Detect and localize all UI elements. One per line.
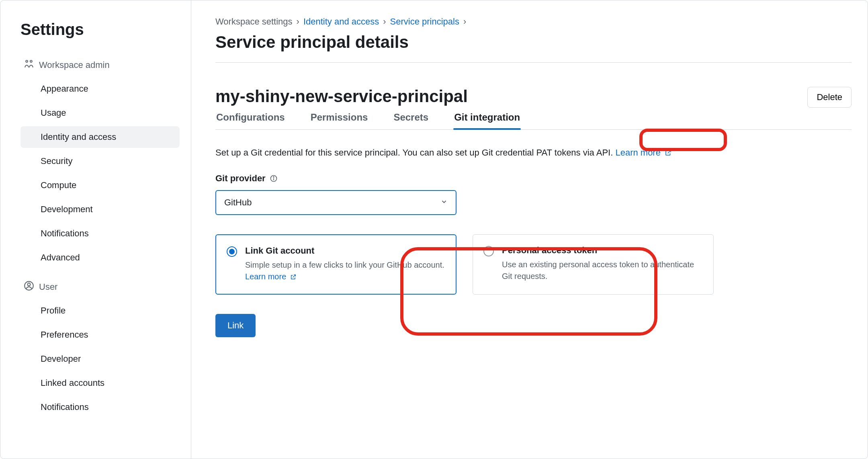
breadcrumb-item-service-principals[interactable]: Service principals: [390, 16, 459, 27]
sidebar-item-notifications-user[interactable]: Notifications: [20, 396, 180, 418]
delete-button[interactable]: Delete: [807, 87, 852, 108]
git-provider-value: GitHub: [224, 197, 252, 208]
radio-personal-access-token[interactable]: [483, 246, 494, 256]
tab-secrets[interactable]: Secrets: [393, 112, 429, 129]
tab-configurations[interactable]: Configurations: [215, 112, 286, 129]
sidebar-item-advanced[interactable]: Advanced: [20, 247, 180, 268]
sidebar-title: Settings: [20, 20, 180, 39]
git-provider-label-text: Git provider: [215, 173, 266, 184]
nav-section-workspace-admin: Workspace admin Appearance Usage Identit…: [20, 55, 180, 268]
breadcrumb-item-workspace-settings[interactable]: Workspace settings: [215, 16, 293, 27]
git-provider-select[interactable]: GitHub: [215, 190, 457, 215]
git-description-text: Set up a Git credential for this service…: [215, 148, 615, 158]
tab-permissions[interactable]: Permissions: [310, 112, 369, 129]
entity-name: my-shiny-new-service-principal: [215, 87, 468, 106]
breadcrumb: Workspace settings › Identity and access…: [215, 16, 852, 27]
settings-sidebar: Settings Workspace admin Appearance Usag…: [0, 0, 191, 459]
option-description: Use an existing personal access token to…: [502, 259, 703, 282]
svg-point-1: [30, 60, 32, 62]
nav-header-workspace-admin: Workspace admin: [20, 55, 180, 76]
learn-more-link[interactable]: Learn more: [615, 148, 672, 158]
external-link-icon: [290, 272, 297, 283]
workspace-icon: [24, 59, 34, 72]
option-link-git-account[interactable]: Link Git account Simple setup in a few c…: [215, 234, 457, 295]
tab-git-integration[interactable]: Git integration: [453, 112, 521, 129]
external-link-icon: [665, 148, 672, 159]
sidebar-item-appearance[interactable]: Appearance: [20, 78, 180, 100]
sidebar-item-usage[interactable]: Usage: [20, 102, 180, 124]
page-title: Service principal details: [215, 33, 852, 63]
sidebar-item-developer[interactable]: Developer: [20, 348, 180, 370]
link-button[interactable]: Link: [215, 314, 256, 337]
sidebar-item-profile[interactable]: Profile: [20, 300, 180, 322]
git-provider-label: Git provider: [215, 173, 852, 184]
tabs: Configurations Permissions Secrets Git i…: [215, 112, 852, 130]
sidebar-item-notifications-ws[interactable]: Notifications: [20, 223, 180, 244]
chevron-right-icon: ›: [297, 16, 299, 27]
chevron-right-icon: ›: [383, 16, 386, 27]
svg-point-6: [273, 176, 274, 177]
radio-link-git-account[interactable]: [227, 246, 237, 257]
svg-point-3: [28, 283, 31, 286]
sidebar-item-identity-and-access[interactable]: Identity and access: [20, 126, 180, 148]
learn-more-label: Learn more: [615, 148, 661, 158]
chevron-down-icon: [440, 197, 448, 208]
nav-header-user: User: [20, 277, 180, 297]
sidebar-item-linked-accounts[interactable]: Linked accounts: [20, 372, 180, 394]
learn-more-link[interactable]: Learn more: [245, 272, 297, 281]
nav-header-label: Workspace admin: [39, 60, 110, 70]
nav-section-user: User Profile Preferences Developer Linke…: [20, 277, 180, 418]
option-title: Link Git account: [245, 246, 445, 256]
sidebar-item-compute[interactable]: Compute: [20, 174, 180, 196]
git-options: Link Git account Simple setup in a few c…: [215, 234, 852, 295]
option-title: Personal access token: [502, 245, 703, 256]
sidebar-item-preferences[interactable]: Preferences: [20, 324, 180, 346]
chevron-right-icon: ›: [463, 16, 466, 27]
option-description: Simple setup in a few clicks to link you…: [245, 259, 445, 283]
breadcrumb-item-identity-and-access[interactable]: Identity and access: [303, 16, 379, 27]
nav-header-label: User: [39, 282, 57, 292]
git-description: Set up a Git credential for this service…: [215, 148, 852, 159]
main-content: Workspace settings › Identity and access…: [191, 0, 868, 459]
learn-more-label: Learn more: [245, 272, 286, 281]
sidebar-item-security[interactable]: Security: [20, 150, 180, 172]
svg-point-0: [26, 60, 28, 62]
option-personal-access-token[interactable]: Personal access token Use an existing pe…: [473, 234, 714, 295]
sidebar-item-development[interactable]: Development: [20, 199, 180, 220]
option-desc-text: Simple setup in a few clicks to link you…: [245, 260, 444, 269]
user-icon: [24, 281, 34, 293]
info-icon[interactable]: [270, 174, 278, 182]
